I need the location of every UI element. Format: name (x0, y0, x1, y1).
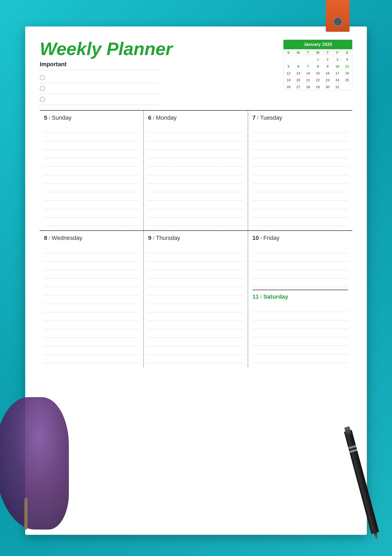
line[interactable] (148, 304, 243, 312)
line[interactable] (44, 295, 139, 304)
line[interactable] (44, 158, 139, 167)
line[interactable] (252, 312, 348, 320)
line[interactable] (252, 270, 348, 279)
line[interactable] (252, 262, 348, 270)
line[interactable] (252, 167, 348, 175)
cal-cell (293, 56, 303, 63)
day-saturday-lines (252, 303, 348, 363)
line[interactable] (148, 287, 243, 295)
cal-cell-28: 28 (303, 84, 313, 90)
line[interactable] (148, 141, 243, 150)
line[interactable] (252, 184, 348, 192)
line[interactable] (44, 355, 139, 363)
line[interactable] (252, 124, 348, 133)
line[interactable] (44, 133, 139, 141)
line[interactable] (44, 175, 139, 184)
line[interactable] (44, 218, 139, 226)
line[interactable] (44, 346, 139, 355)
todo-item-1 (40, 72, 159, 83)
line[interactable] (252, 175, 348, 184)
cal-cell-13: 13 (293, 70, 303, 77)
day-monday-name: Monday (156, 114, 177, 121)
line[interactable] (44, 304, 139, 312)
day-friday: 10 / Friday (252, 235, 348, 290)
day-wednesday-slash: / (49, 235, 50, 241)
line[interactable] (148, 355, 243, 363)
line[interactable] (44, 279, 139, 287)
line[interactable] (148, 124, 243, 133)
line[interactable] (252, 253, 348, 262)
line[interactable] (148, 192, 243, 201)
line[interactable] (44, 209, 139, 218)
line[interactable] (44, 287, 139, 295)
line[interactable] (148, 245, 243, 253)
line[interactable] (148, 150, 243, 158)
todo-circle-3[interactable] (40, 97, 45, 102)
line[interactable] (252, 337, 348, 346)
line[interactable] (44, 338, 139, 346)
line[interactable] (148, 218, 243, 226)
line[interactable] (252, 158, 348, 167)
line[interactable] (44, 312, 139, 321)
line[interactable] (44, 167, 139, 175)
line[interactable] (252, 245, 348, 253)
cal-cell-27: 27 (293, 84, 303, 90)
line[interactable] (44, 321, 139, 329)
line[interactable] (148, 321, 243, 329)
cal-cell-31: 31 (332, 84, 342, 90)
day-wednesday-number: 8 (44, 235, 47, 241)
day-friday-number: 10 (252, 235, 259, 241)
line[interactable] (252, 354, 348, 363)
todo-circle-2[interactable] (40, 86, 45, 91)
line[interactable] (44, 124, 139, 133)
line[interactable] (148, 133, 243, 141)
day-monday-header: 6 / Monday (148, 114, 243, 121)
line[interactable] (44, 270, 139, 279)
line[interactable] (44, 329, 139, 338)
line[interactable] (148, 270, 243, 279)
line[interactable] (148, 253, 243, 262)
line[interactable] (252, 150, 348, 158)
line[interactable] (44, 141, 139, 150)
line[interactable] (252, 133, 348, 141)
line[interactable] (148, 175, 243, 184)
cal-week-2: 5 6 7 8 9 10 11 (284, 63, 352, 70)
line[interactable] (252, 209, 348, 218)
line[interactable] (148, 279, 243, 287)
line[interactable] (252, 192, 348, 201)
line[interactable] (148, 338, 243, 346)
line[interactable] (252, 218, 348, 226)
line[interactable] (44, 245, 139, 253)
line[interactable] (252, 141, 348, 150)
day-sunday-slash: / (49, 115, 50, 121)
line[interactable] (148, 312, 243, 321)
line[interactable] (148, 346, 243, 355)
line[interactable] (252, 329, 348, 337)
cal-week-5: 26 27 28 29 30 31 (284, 83, 352, 90)
line[interactable] (148, 295, 243, 304)
line[interactable] (44, 150, 139, 158)
line[interactable] (252, 320, 348, 329)
cal-cell-26: 26 (284, 84, 293, 90)
line[interactable] (44, 192, 139, 201)
line[interactable] (44, 253, 139, 262)
line[interactable] (44, 201, 139, 209)
header: Weekly Planner Important January 2020 S (40, 40, 352, 105)
line[interactable] (44, 184, 139, 192)
line[interactable] (252, 201, 348, 209)
line[interactable] (148, 329, 243, 338)
line[interactable] (148, 167, 243, 175)
line[interactable] (148, 158, 243, 167)
line[interactable] (252, 303, 348, 312)
cal-cell-16: 16 (323, 70, 332, 77)
todo-circle-1[interactable] (40, 75, 45, 80)
line[interactable] (252, 279, 348, 287)
cal-cell-10: 10 (332, 63, 342, 70)
cal-day-w: W (313, 49, 323, 56)
line[interactable] (148, 262, 243, 270)
line[interactable] (148, 209, 243, 218)
line[interactable] (148, 201, 243, 209)
line[interactable] (252, 346, 348, 354)
line[interactable] (44, 262, 139, 270)
line[interactable] (148, 184, 243, 192)
